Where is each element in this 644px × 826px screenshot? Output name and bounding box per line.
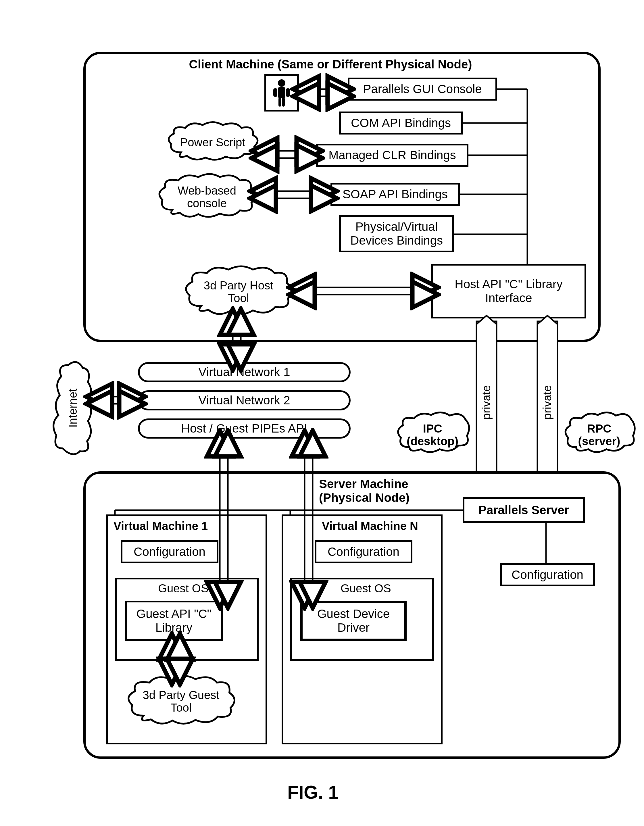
web-console-label: Web-based console — [169, 184, 245, 210]
figure-caption: FIG. 1 — [287, 782, 338, 803]
server-connectors — [0, 0, 644, 776]
third-party-guest-label: 3d Party Guest Tool — [134, 689, 228, 714]
ipc-desktop-label: IPC (desktop) — [398, 422, 467, 447]
power-script-label: Power Script — [172, 136, 254, 149]
figure-stage: Client Machine (Same or Different Physic… — [0, 0, 644, 826]
rpc-server-label: RPC (server) — [570, 422, 629, 447]
internet-label: Internet — [58, 388, 88, 428]
third-party-host-label: 3d Party Host Tool — [195, 279, 282, 304]
